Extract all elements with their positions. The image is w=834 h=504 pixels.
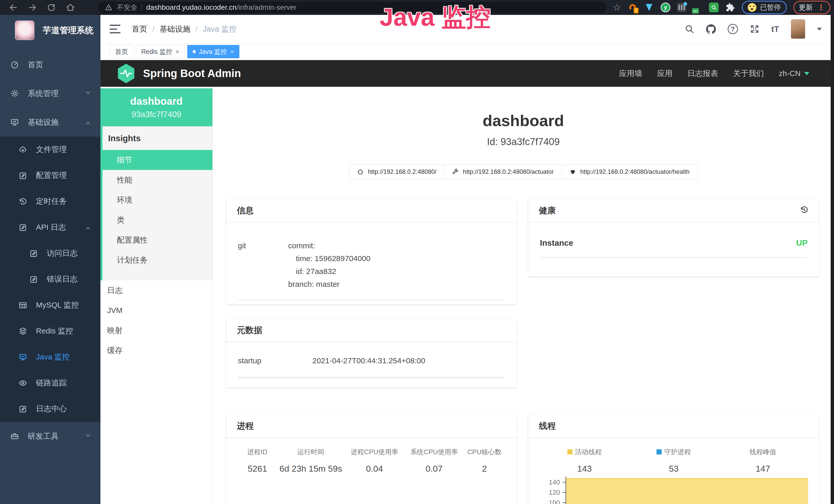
address-bar[interactable]: 不安全 dashboard.yudao.iocoder.cn/infra/adm… bbox=[98, 2, 607, 13]
sidebar-item-config-mgmt[interactable]: 配置管理 bbox=[0, 162, 101, 188]
browser-home-icon[interactable] bbox=[66, 3, 75, 12]
sba-nav-about[interactable]: 关于我们 bbox=[733, 68, 764, 79]
sidebar-item-scheduled-jobs[interactable]: 定时任务 bbox=[0, 188, 101, 214]
sba-nav-wallboard[interactable]: 应用墙 bbox=[619, 68, 642, 79]
tab-redis-monitor[interactable]: Redis 监控 × bbox=[136, 45, 185, 58]
security-label: 不安全 bbox=[117, 3, 137, 12]
health-status-badge: UP bbox=[796, 238, 808, 248]
divider bbox=[540, 257, 808, 257]
health-url-button[interactable]: http://192.168.0.2:48080/actuator/health bbox=[562, 164, 698, 179]
health-history-icon[interactable] bbox=[800, 205, 809, 216]
sba-item-details[interactable]: 细节 bbox=[101, 150, 213, 170]
threads-card: 线程 活动线程 143 守护进程 53 线程峰值 147 bbox=[528, 415, 819, 504]
sba-item-mappings[interactable]: 映射 bbox=[101, 320, 213, 340]
fullscreen-icon[interactable] bbox=[750, 24, 760, 34]
infra-submenu: 文件管理 配置管理 定时任务 API 日志 访问日志 错误日志 bbox=[0, 137, 101, 422]
sidebar-item-access-log[interactable]: 访问日志 bbox=[0, 240, 101, 266]
metadata-value: 2021-04-27T00:44:31.254+08:00 bbox=[312, 357, 425, 365]
search-icon[interactable] bbox=[684, 24, 694, 34]
user-avatar[interactable] bbox=[791, 19, 805, 39]
browser-update-button[interactable]: 更新⋮ bbox=[793, 1, 830, 14]
extensions-puzzle-icon[interactable] bbox=[725, 3, 735, 12]
sidebar-item-log-center[interactable]: 日志中心 bbox=[0, 396, 101, 422]
metadata-key: startup bbox=[238, 357, 312, 365]
log-icon bbox=[17, 223, 29, 232]
chevron-up-icon bbox=[85, 118, 92, 127]
sba-item-scheduled-tasks[interactable]: 计划任务 bbox=[103, 250, 213, 270]
sidebar-item-file-mgmt[interactable]: 文件管理 bbox=[0, 137, 101, 162]
cloud-upload-icon bbox=[17, 145, 29, 154]
sidebar-item-redis-monitor[interactable]: Redis 监控 bbox=[0, 318, 101, 344]
app-logo-image bbox=[15, 21, 35, 40]
extension-grid-icon[interactable] bbox=[677, 3, 686, 12]
tab-home[interactable]: 首页 bbox=[110, 45, 133, 58]
tab-java-monitor[interactable]: Java 监控 × bbox=[187, 45, 239, 58]
sidebar-item-api-log[interactable]: API 日志 bbox=[0, 214, 101, 240]
sidebar-item-tracing[interactable]: 链路追踪 bbox=[0, 370, 101, 396]
sba-locale-select[interactable]: zh-CN bbox=[779, 69, 809, 78]
browser-reload-icon[interactable] bbox=[47, 3, 56, 12]
sba-brand[interactable]: Spring Boot Admin bbox=[143, 67, 241, 79]
sidebar-item-dev-tools[interactable]: 研发工具 bbox=[0, 422, 101, 451]
sba-item-environment[interactable]: 环境 bbox=[103, 190, 213, 210]
sba-item-jvm[interactable]: JVM bbox=[101, 300, 213, 320]
stat-system-cpu: 系统CPU使用率 0.07 bbox=[404, 448, 464, 474]
help-icon[interactable]: ? bbox=[728, 24, 738, 34]
admin-sidebar: 芋道管理系统 首页 系统管理 基础设施 文件管理 配置管理 bbox=[0, 15, 101, 504]
extension-orange-icon[interactable]: 1 bbox=[628, 3, 637, 12]
browser-forward-icon[interactable] bbox=[28, 3, 37, 12]
sba-nav-journal[interactable]: 日志报表 bbox=[687, 68, 718, 79]
extension-pin-icon[interactable] bbox=[644, 3, 654, 12]
sidebar-item-system[interactable]: 系统管理 bbox=[0, 79, 101, 108]
sba-item-caches[interactable]: 缓存 bbox=[101, 340, 213, 361]
chevron-down-icon bbox=[85, 432, 92, 441]
page-subtitle: Id: 93a3fc7f7409 bbox=[213, 136, 834, 147]
history-icon bbox=[17, 197, 29, 206]
sidebar-item-mysql-monitor[interactable]: MySQL 监控 bbox=[0, 292, 101, 318]
extension-search-icon[interactable] bbox=[709, 3, 719, 12]
stat-live-threads: 活动线程 143 bbox=[540, 448, 629, 474]
sba-nav-applications[interactable]: 应用 bbox=[657, 68, 673, 79]
extension-y-icon[interactable]: y bbox=[661, 3, 671, 12]
threads-card-title: 线程 bbox=[528, 415, 819, 438]
font-size-icon[interactable]: tT bbox=[771, 24, 779, 34]
y-tick: 140 bbox=[540, 478, 560, 486]
tab-close-icon[interactable]: × bbox=[230, 48, 234, 55]
avatar-caret-icon[interactable] bbox=[817, 28, 822, 30]
instance-url-button[interactable]: http://192.168.0.2:48080/ bbox=[349, 164, 444, 179]
profile-avatar-emoji bbox=[748, 3, 756, 12]
sidebar-item-infra[interactable]: 基础设施 bbox=[0, 108, 101, 137]
bookmark-star-icon[interactable]: ☆ bbox=[613, 2, 621, 13]
home-icon bbox=[357, 168, 364, 175]
sba-app-header[interactable]: dashboard 93a3fc7f7409 bbox=[101, 88, 213, 126]
breadcrumb-infra[interactable]: 基础设施 bbox=[159, 24, 190, 35]
sba-item-classes[interactable]: 类 bbox=[103, 210, 213, 230]
sba-root-items: 日志 JVM 映射 缓存 bbox=[101, 280, 213, 361]
breadcrumb-home[interactable]: 首页 bbox=[132, 24, 147, 35]
sba-sidebar: dashboard 93a3fc7f7409 Insights 细节 性能 环境… bbox=[101, 87, 213, 504]
health-card: 健康 Instance UP bbox=[528, 199, 819, 277]
profile-paused-badge[interactable]: 已暂停 bbox=[742, 1, 787, 14]
sba-item-logging[interactable]: 日志 bbox=[101, 280, 213, 300]
not-secure-icon[interactable] bbox=[105, 4, 112, 11]
instance-links: http://192.168.0.2:48080/ http://192.168… bbox=[213, 164, 834, 179]
hamburger-icon[interactable] bbox=[110, 25, 120, 33]
app-title: 芋道管理系统 bbox=[43, 25, 93, 36]
sba-item-metrics[interactable]: 性能 bbox=[103, 170, 213, 190]
sidebar-item-java-monitor[interactable]: Java 监控 bbox=[0, 344, 101, 370]
sba-item-config-props[interactable]: 配置属性 bbox=[103, 230, 213, 250]
github-icon[interactable] bbox=[706, 24, 716, 34]
log-icon bbox=[28, 275, 40, 284]
browser-menu-icon[interactable]: ⋮ bbox=[817, 4, 825, 11]
sidebar-item-home[interactable]: 首页 bbox=[0, 50, 101, 79]
browser-back-icon[interactable] bbox=[9, 3, 18, 12]
spring-boot-admin-logo-icon[interactable] bbox=[117, 63, 135, 84]
eye-icon bbox=[17, 379, 29, 387]
app-logo-row[interactable]: 芋道管理系统 bbox=[0, 15, 101, 46]
admin-menu: 首页 系统管理 基础设施 文件管理 配置管理 定时任务 bbox=[0, 50, 101, 451]
sidebar-item-error-log[interactable]: 错误日志 bbox=[0, 266, 101, 292]
info-value: commit: time: 1596289704000 id: 27aa832 … bbox=[288, 239, 370, 291]
extension-on-icon[interactable]: on bbox=[693, 3, 702, 12]
tab-close-icon[interactable]: × bbox=[175, 48, 179, 55]
actuator-url-button[interactable]: http://192.168.0.2:48080/actuator bbox=[444, 164, 562, 179]
